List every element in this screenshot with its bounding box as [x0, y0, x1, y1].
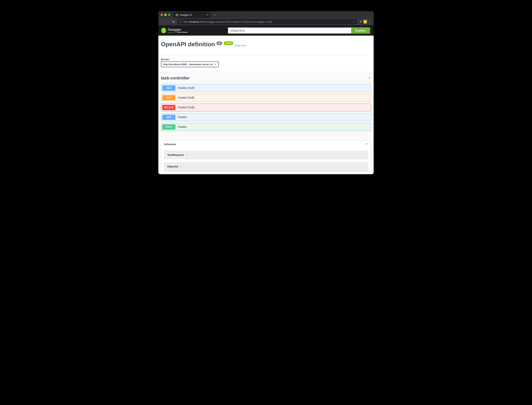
browser-toolbar: ← → ⟳ i http://localhost:8080/swagger-ui…	[158, 18, 374, 25]
explore-button[interactable]: Explore	[351, 28, 370, 33]
schemas-list: TaskRequest›ObjectId›	[161, 150, 371, 171]
swagger-brand-text: Swagger supported by SMARTBEAR	[168, 28, 188, 33]
browser-tab[interactable]: { } Swagger UI ✕	[173, 12, 211, 18]
servers-block: Servers http://localhost:8080 - Generate…	[158, 55, 374, 72]
http-method-badge: GET	[162, 115, 175, 120]
server-select[interactable]: http://localhost:8080 - Generated server…	[161, 61, 219, 67]
servers-label: Servers	[161, 58, 371, 61]
tab-close-icon[interactable]: ✕	[206, 14, 209, 16]
traffic-lights	[161, 14, 170, 16]
operation-row[interactable]: POST/tasks	[161, 123, 371, 131]
schema-name: TaskRequest	[167, 153, 184, 156]
window-zoom-button[interactable]	[168, 14, 170, 16]
address-bar[interactable]: i http://localhost:8080/swagger-ui/index…	[177, 19, 358, 24]
swagger-favicon-icon: { }	[176, 14, 178, 16]
nav-forward-button[interactable]: →	[166, 20, 170, 23]
schemas-heading: Schemas	[164, 142, 176, 146]
chevron-down-icon	[214, 63, 217, 66]
tab-title: Swagger UI	[180, 14, 192, 16]
chevron-right-icon: ›	[186, 154, 187, 156]
server-selected-value: http://localhost:8080 - Generated server…	[163, 63, 213, 66]
chevron-down-icon	[365, 142, 368, 146]
chevron-down-icon	[368, 76, 371, 81]
swagger-brand-name: Swagger	[168, 28, 188, 31]
url-path: :8080/swagger-ui/index.html?configUrl=/v…	[199, 20, 272, 23]
tag-name: task-controller	[161, 76, 190, 81]
schema-item[interactable]: TaskRequest›	[164, 150, 368, 159]
window-close-button[interactable]	[161, 14, 163, 16]
schema-name: ObjectId	[167, 165, 178, 168]
http-method-badge: GET	[162, 85, 175, 91]
window-minimize-button[interactable]	[164, 14, 167, 16]
site-info-icon[interactable]: i	[179, 20, 182, 23]
api-title: OpenAPI definition	[161, 41, 215, 48]
browser-window: { } Swagger UI ✕ ＋ ← → ⟳ i http://localh…	[158, 11, 374, 174]
operation-row[interactable]: PUT/tasks/{id}	[161, 94, 371, 102]
spec-url-input[interactable]	[228, 28, 351, 33]
operation-path: /tasks/{id}	[177, 87, 195, 89]
http-method-badge: POST	[162, 124, 175, 130]
window-titlebar: { } Swagger UI ✕ ＋	[158, 11, 374, 18]
browser-menu-icon[interactable]: ⋮	[369, 20, 372, 24]
operation-path: /tasks	[177, 116, 187, 119]
operations-list: GET/tasks/{id}PUT/tasks/{id}DELETE/tasks…	[161, 84, 371, 131]
swagger-supported-by: supported by SMARTBEAR	[168, 32, 188, 33]
schema-item[interactable]: ObjectId›	[164, 162, 368, 171]
tag-header[interactable]: task-controller	[161, 76, 371, 82]
swagger-topbar: {..} Swagger supported by SMARTBEAR Expl…	[158, 25, 374, 36]
nav-reload-button[interactable]: ⟳	[171, 20, 175, 24]
bookmark-star-icon[interactable]: ☆	[353, 20, 355, 23]
swagger-logo: {..} Swagger supported by SMARTBEAR	[161, 28, 188, 33]
http-method-badge: DELETE	[162, 105, 175, 110]
version-badge: v0	[217, 41, 222, 45]
explore-form: Explore	[228, 27, 370, 34]
http-method-badge: PUT	[162, 95, 175, 101]
spec-link[interactable]: /v3/api-docs	[234, 44, 247, 47]
chevron-right-icon: ›	[181, 165, 181, 168]
api-title-row: OpenAPI definition v0 OAS3	[161, 41, 233, 48]
schemas-header[interactable]: Schemas	[161, 141, 371, 148]
extension-badge-icon[interactable]	[363, 20, 367, 23]
swagger-logo-icon: {..}	[161, 28, 166, 33]
new-tab-button[interactable]: ＋	[213, 13, 217, 16]
extensions-icon[interactable]: ✦	[359, 20, 362, 23]
operation-row[interactable]: GET/tasks	[161, 113, 371, 121]
operation-row[interactable]: DELETE/tasks/{id}	[161, 104, 371, 111]
url-host: localhost	[190, 20, 199, 23]
oas-badge: OAS3	[224, 41, 233, 45]
tag-section: task-controller GET/tasks/{id}PUT/tasks/…	[158, 72, 374, 135]
url-scheme: http://	[184, 20, 190, 23]
operation-row[interactable]: GET/tasks/{id}	[161, 84, 371, 92]
operation-path: /tasks/{id}	[177, 106, 195, 109]
operation-path: /tasks/{id}	[177, 96, 195, 99]
api-info: OpenAPI definition v0 OAS3 /v3/api-docs	[158, 36, 374, 55]
schemas-section: Schemas TaskRequest›ObjectId›	[161, 140, 371, 172]
operation-path: /tasks	[177, 126, 187, 128]
swagger-content: OpenAPI definition v0 OAS3 /v3/api-docs …	[158, 36, 374, 174]
nav-back-button[interactable]: ←	[160, 20, 164, 23]
url-text: http://localhost:8080/swagger-ui/index.h…	[184, 20, 272, 23]
